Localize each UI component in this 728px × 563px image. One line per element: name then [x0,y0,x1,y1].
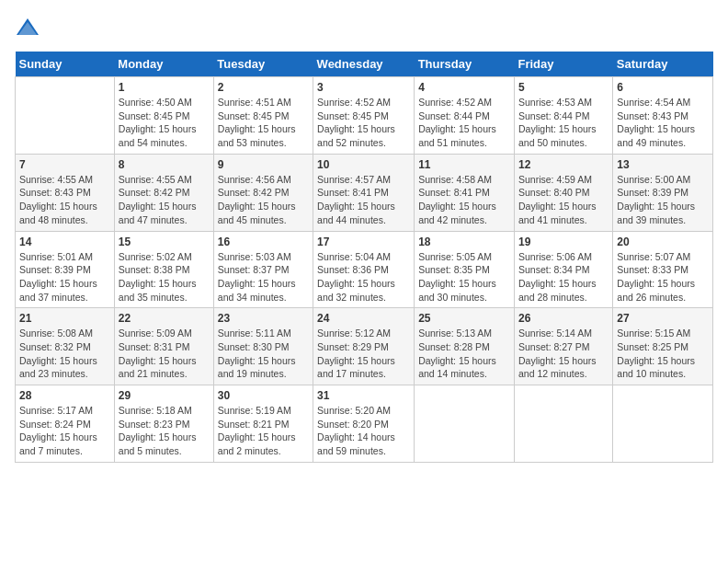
day-number: 21 [19,312,110,325]
day-number: 3 [317,81,410,94]
calendar-cell: 6Sunrise: 4:54 AM Sunset: 8:43 PM Daylig… [613,77,713,155]
day-number: 27 [617,312,709,325]
day-info: Sunrise: 5:08 AM Sunset: 8:32 PM Dayligh… [19,327,110,381]
day-info: Sunrise: 4:51 AM Sunset: 8:45 PM Dayligh… [218,96,309,150]
day-number: 22 [119,312,210,325]
calendar-cell: 4Sunrise: 4:52 AM Sunset: 8:44 PM Daylig… [415,77,515,155]
day-info: Sunrise: 4:53 AM Sunset: 8:44 PM Dayligh… [518,96,609,150]
calendar-table: SundayMondayTuesdayWednesdayThursdayFrid… [15,52,713,463]
day-info: Sunrise: 5:01 AM Sunset: 8:39 PM Dayligh… [19,250,110,304]
calendar-cell: 27Sunrise: 5:15 AM Sunset: 8:25 PM Dayli… [613,308,713,385]
day-number: 16 [218,236,309,248]
day-info: Sunrise: 5:12 AM Sunset: 8:29 PM Dayligh… [317,327,410,381]
calendar-cell: 13Sunrise: 5:00 AM Sunset: 8:39 PM Dayli… [613,154,713,231]
day-info: Sunrise: 4:57 AM Sunset: 8:41 PM Dayligh… [317,173,410,227]
day-info: Sunrise: 4:52 AM Sunset: 8:45 PM Dayligh… [317,96,410,150]
calendar-cell: 10Sunrise: 4:57 AM Sunset: 8:41 PM Dayli… [313,154,415,231]
calendar-cell: 3Sunrise: 4:52 AM Sunset: 8:45 PM Daylig… [313,77,415,155]
calendar-cell: 23Sunrise: 5:11 AM Sunset: 8:30 PM Dayli… [213,308,313,385]
day-number: 19 [518,236,609,248]
day-number: 7 [19,158,110,171]
day-number: 28 [19,389,110,402]
calendar-cell [514,385,612,463]
calendar-cell: 9Sunrise: 4:56 AM Sunset: 8:42 PM Daylig… [213,154,313,231]
calendar-cell: 31Sunrise: 5:20 AM Sunset: 8:20 PM Dayli… [313,385,415,463]
day-header-tuesday: Tuesday [213,52,313,77]
day-number: 25 [418,312,510,325]
day-number: 2 [218,81,309,94]
day-info: Sunrise: 4:52 AM Sunset: 8:44 PM Dayligh… [418,96,510,150]
day-info: Sunrise: 4:50 AM Sunset: 8:45 PM Dayligh… [119,96,210,150]
calendar-cell: 29Sunrise: 5:18 AM Sunset: 8:23 PM Dayli… [114,385,213,463]
calendar-cell [613,385,713,463]
day-number: 11 [418,158,510,171]
day-number: 17 [317,236,410,248]
calendar-cell: 19Sunrise: 5:06 AM Sunset: 8:34 PM Dayli… [514,231,612,308]
day-header-monday: Monday [114,52,213,77]
day-number: 12 [518,158,609,171]
day-info: Sunrise: 5:09 AM Sunset: 8:31 PM Dayligh… [119,327,210,381]
calendar-cell: 7Sunrise: 4:55 AM Sunset: 8:43 PM Daylig… [16,154,115,231]
day-number: 24 [317,312,410,325]
calendar-cell: 26Sunrise: 5:14 AM Sunset: 8:27 PM Dayli… [514,308,612,385]
day-info: Sunrise: 5:18 AM Sunset: 8:23 PM Dayligh… [119,404,210,458]
day-number: 10 [317,158,410,171]
day-info: Sunrise: 5:06 AM Sunset: 8:34 PM Dayligh… [518,250,609,304]
calendar-cell [16,77,115,155]
day-number: 13 [617,158,709,171]
calendar-cell: 24Sunrise: 5:12 AM Sunset: 8:29 PM Dayli… [313,308,415,385]
day-info: Sunrise: 5:14 AM Sunset: 8:27 PM Dayligh… [518,327,609,381]
day-header-sunday: Sunday [16,52,115,77]
day-number: 14 [19,236,110,248]
day-number: 31 [317,389,410,402]
day-number: 18 [418,236,510,248]
day-info: Sunrise: 4:55 AM Sunset: 8:43 PM Dayligh… [19,173,110,227]
day-info: Sunrise: 5:00 AM Sunset: 8:39 PM Dayligh… [617,173,709,227]
calendar-week-row: 14Sunrise: 5:01 AM Sunset: 8:39 PM Dayli… [16,231,713,308]
day-number: 9 [218,158,309,171]
calendar-cell: 11Sunrise: 4:58 AM Sunset: 8:41 PM Dayli… [415,154,515,231]
calendar-cell: 14Sunrise: 5:01 AM Sunset: 8:39 PM Dayli… [16,231,115,308]
day-number: 23 [218,312,309,325]
calendar-cell: 2Sunrise: 4:51 AM Sunset: 8:45 PM Daylig… [213,77,313,155]
calendar-cell: 12Sunrise: 4:59 AM Sunset: 8:40 PM Dayli… [514,154,612,231]
logo [15,15,44,40]
calendar-cell: 21Sunrise: 5:08 AM Sunset: 8:32 PM Dayli… [16,308,115,385]
calendar-cell: 5Sunrise: 4:53 AM Sunset: 8:44 PM Daylig… [514,77,612,155]
calendar-body: 1Sunrise: 4:50 AM Sunset: 8:45 PM Daylig… [16,77,713,463]
generalblue-logo-icon [15,15,40,40]
day-header-friday: Friday [514,52,612,77]
calendar-week-row: 1Sunrise: 4:50 AM Sunset: 8:45 PM Daylig… [16,77,713,155]
day-number: 8 [119,158,210,171]
day-number: 20 [617,236,709,248]
day-header-wednesday: Wednesday [313,52,415,77]
day-info: Sunrise: 4:56 AM Sunset: 8:42 PM Dayligh… [218,173,309,227]
calendar-cell: 22Sunrise: 5:09 AM Sunset: 8:31 PM Dayli… [114,308,213,385]
header [15,15,713,40]
day-info: Sunrise: 5:13 AM Sunset: 8:28 PM Dayligh… [418,327,510,381]
calendar-cell: 28Sunrise: 5:17 AM Sunset: 8:24 PM Dayli… [16,385,115,463]
day-info: Sunrise: 5:15 AM Sunset: 8:25 PM Dayligh… [617,327,709,381]
day-info: Sunrise: 5:11 AM Sunset: 8:30 PM Dayligh… [218,327,309,381]
day-number: 5 [518,81,609,94]
calendar-cell: 15Sunrise: 5:02 AM Sunset: 8:38 PM Dayli… [114,231,213,308]
calendar-week-row: 21Sunrise: 5:08 AM Sunset: 8:32 PM Dayli… [16,308,713,385]
day-number: 26 [518,312,609,325]
calendar-cell: 16Sunrise: 5:03 AM Sunset: 8:37 PM Dayli… [213,231,313,308]
day-header-thursday: Thursday [415,52,515,77]
day-info: Sunrise: 5:07 AM Sunset: 8:33 PM Dayligh… [617,250,709,304]
calendar-cell: 17Sunrise: 5:04 AM Sunset: 8:36 PM Dayli… [313,231,415,308]
day-number: 30 [218,389,309,402]
day-info: Sunrise: 4:55 AM Sunset: 8:42 PM Dayligh… [119,173,210,227]
calendar-cell: 18Sunrise: 5:05 AM Sunset: 8:35 PM Dayli… [415,231,515,308]
day-number: 4 [418,81,510,94]
calendar-cell: 1Sunrise: 4:50 AM Sunset: 8:45 PM Daylig… [114,77,213,155]
calendar-week-row: 28Sunrise: 5:17 AM Sunset: 8:24 PM Dayli… [16,385,713,463]
day-info: Sunrise: 5:02 AM Sunset: 8:38 PM Dayligh… [119,250,210,304]
calendar-cell: 30Sunrise: 5:19 AM Sunset: 8:21 PM Dayli… [213,385,313,463]
day-info: Sunrise: 5:04 AM Sunset: 8:36 PM Dayligh… [317,250,410,304]
day-number: 29 [119,389,210,402]
calendar-cell [415,385,515,463]
day-info: Sunrise: 4:59 AM Sunset: 8:40 PM Dayligh… [518,173,609,227]
calendar-cell: 8Sunrise: 4:55 AM Sunset: 8:42 PM Daylig… [114,154,213,231]
